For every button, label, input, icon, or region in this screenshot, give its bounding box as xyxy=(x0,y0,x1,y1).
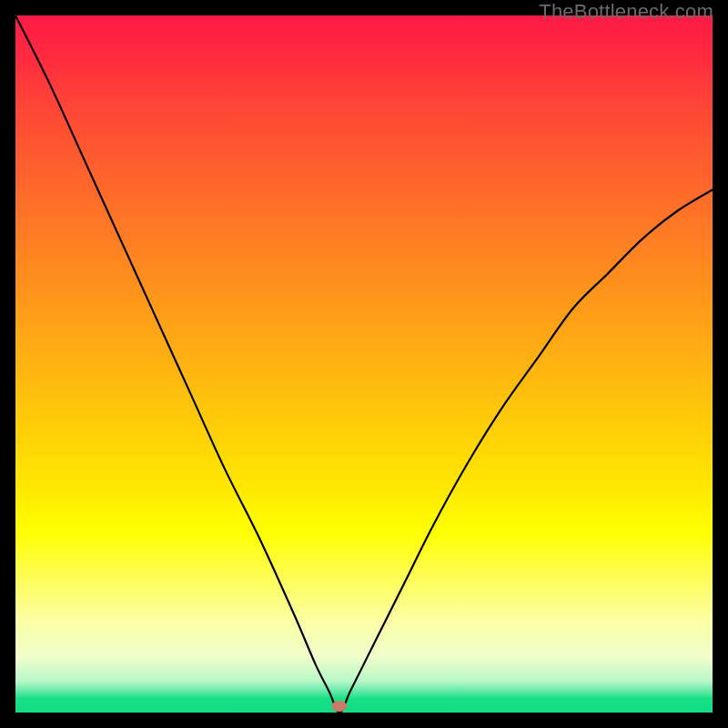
watermark-text: TheBottleneck.com xyxy=(539,0,713,24)
plot-area xyxy=(15,15,713,713)
chart-frame: TheBottleneck.com xyxy=(0,0,728,728)
optimum-marker xyxy=(332,701,348,712)
bottleneck-curve xyxy=(15,15,713,713)
